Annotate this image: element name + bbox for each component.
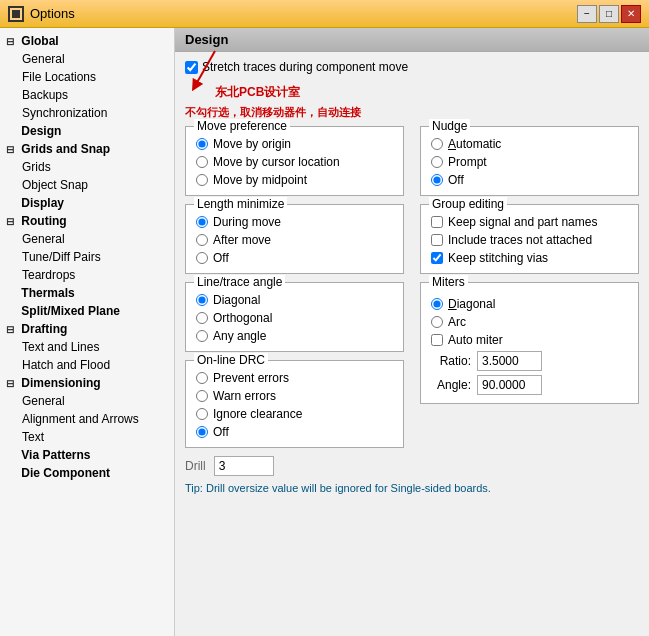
move-by-origin-label: Move by origin: [213, 137, 291, 151]
keep-signal-row: Keep signal and part names: [431, 215, 628, 229]
drill-label: Drill: [185, 459, 206, 473]
orthogonal-row: Orthogonal: [196, 311, 393, 325]
tree-item-backups[interactable]: Backups: [0, 86, 174, 104]
left-column: Move preference Move by origin Move by c…: [185, 126, 404, 456]
keep-stitching-label: Keep stitching vias: [448, 251, 548, 265]
length-minimize-group: During move After move Off: [196, 211, 393, 265]
during-move-radio[interactable]: [196, 216, 208, 228]
drill-input[interactable]: [214, 456, 274, 476]
tree-item-general2[interactable]: General: [0, 230, 174, 248]
angle-row: Angle:: [431, 375, 628, 395]
group-editing-label: Group editing: [429, 197, 507, 211]
move-by-midpoint-radio[interactable]: [196, 174, 208, 186]
right-column: Nudge Automatic Prompt: [420, 126, 639, 456]
move-preference-group: Move by origin Move by cursor location M…: [196, 133, 393, 187]
move-by-cursor-radio[interactable]: [196, 156, 208, 168]
line-trace-angle-box: Line/trace angle Diagonal Orthogonal: [185, 282, 404, 352]
tree-item-routing[interactable]: ⊟ Routing: [0, 212, 174, 230]
lenmin-off-radio[interactable]: [196, 252, 208, 264]
any-angle-radio[interactable]: [196, 330, 208, 342]
move-by-cursor-row: Move by cursor location: [196, 155, 393, 169]
tree-item-hatch-flood[interactable]: Hatch and Flood: [0, 356, 174, 374]
two-columns: Move preference Move by origin Move by c…: [185, 126, 639, 456]
move-by-midpoint-label: Move by midpoint: [213, 173, 307, 187]
tree-item-design[interactable]: Design: [0, 122, 174, 140]
auto-miter-checkbox[interactable]: [431, 334, 443, 346]
tree-item-split-mixed[interactable]: Split/Mixed Plane: [0, 302, 174, 320]
any-angle-row: Any angle: [196, 329, 393, 343]
expand-icon-grids: ⊟: [6, 144, 18, 155]
angle-input[interactable]: [477, 375, 542, 395]
tree-item-text[interactable]: Text: [0, 428, 174, 446]
line-trace-angle-group: Diagonal Orthogonal Any angle: [196, 289, 393, 343]
tree-item-drafting[interactable]: ⊟ Drafting: [0, 320, 174, 338]
nudge-off-radio[interactable]: [431, 174, 443, 186]
tree-item-tune-diff[interactable]: Tune/Diff Pairs: [0, 248, 174, 266]
line-trace-angle-label: Line/trace angle: [194, 275, 285, 289]
prevent-errors-radio[interactable]: [196, 372, 208, 384]
miters-diagonal-radio[interactable]: [431, 298, 443, 310]
miters-arc-radio[interactable]: [431, 316, 443, 328]
orthogonal-radio[interactable]: [196, 312, 208, 324]
move-preference-box: Move preference Move by origin Move by c…: [185, 126, 404, 196]
warn-errors-radio[interactable]: [196, 390, 208, 402]
tree-item-die-component[interactable]: Die Component: [0, 464, 174, 482]
during-move-label: During move: [213, 215, 281, 229]
automatic-radio[interactable]: [431, 138, 443, 150]
tree-item-via-patterns[interactable]: Via Patterns: [0, 446, 174, 464]
ignore-clearance-radio[interactable]: [196, 408, 208, 420]
nudge-label: Nudge: [429, 119, 470, 133]
miters-box: Miters Diagonal Arc: [420, 282, 639, 404]
ratio-row: Ratio:: [431, 351, 628, 371]
tree-item-grids[interactable]: Grids: [0, 158, 174, 176]
drc-off-radio[interactable]: [196, 426, 208, 438]
tree-item-synchronization[interactable]: Synchronization: [0, 104, 174, 122]
ratio-input[interactable]: [477, 351, 542, 371]
after-move-radio[interactable]: [196, 234, 208, 246]
tree-item-dimensioning[interactable]: ⊟ Dimensioning: [0, 374, 174, 392]
drc-off-row: Off: [196, 425, 393, 439]
after-move-label: After move: [213, 233, 271, 247]
angle-label: Angle:: [431, 378, 471, 392]
during-move-row: During move: [196, 215, 393, 229]
tree-item-align-arrows[interactable]: Alignment and Arrows: [0, 410, 174, 428]
expand-icon-routing: ⊟: [6, 216, 18, 227]
diagonal-label: Diagonal: [213, 293, 260, 307]
tree-item-global[interactable]: ⊟ Global: [0, 32, 174, 50]
warn-errors-label: Warn errors: [213, 389, 276, 403]
include-traces-row: Include traces not attached: [431, 233, 628, 247]
expand-icon-drafting: ⊟: [6, 324, 18, 335]
keep-signal-checkbox[interactable]: [431, 216, 443, 228]
move-by-origin-row: Move by origin: [196, 137, 393, 151]
titlebar-controls: − □ ✕: [577, 5, 641, 23]
keep-stitching-checkbox[interactable]: [431, 252, 443, 264]
close-button[interactable]: ✕: [621, 5, 641, 23]
automatic-label: Automatic: [448, 137, 501, 151]
tree-item-general1[interactable]: General: [0, 50, 174, 68]
tree-item-general3[interactable]: General: [0, 392, 174, 410]
tree-item-grids-snap[interactable]: ⊟ Grids and Snap: [0, 140, 174, 158]
tree-item-file-locations[interactable]: File Locations: [0, 68, 174, 86]
minimize-button[interactable]: −: [577, 5, 597, 23]
include-traces-checkbox[interactable]: [431, 234, 443, 246]
prompt-row: Prompt: [431, 155, 628, 169]
prevent-errors-row: Prevent errors: [196, 371, 393, 385]
expand-icon-dim: ⊟: [6, 378, 18, 389]
tree-item-teardrops[interactable]: Teardrops: [0, 266, 174, 284]
tree-item-thermals[interactable]: Thermals: [0, 284, 174, 302]
prompt-radio[interactable]: [431, 156, 443, 168]
tree-item-object-snap[interactable]: Object Snap: [0, 176, 174, 194]
expand-icon: ⊟: [6, 36, 18, 47]
move-preference-label: Move preference: [194, 119, 290, 133]
diagonal-radio[interactable]: [196, 294, 208, 306]
keep-stitching-row: Keep stitching vias: [431, 251, 628, 265]
tip-text: Tip: Drill oversize value will be ignore…: [185, 482, 639, 494]
maximize-button[interactable]: □: [599, 5, 619, 23]
move-by-origin-radio[interactable]: [196, 138, 208, 150]
any-angle-label: Any angle: [213, 329, 266, 343]
content-panel: Design Stretch traces during component m…: [175, 28, 649, 636]
svg-rect-1: [12, 10, 20, 18]
miters-label: Miters: [429, 275, 468, 289]
tree-item-display[interactable]: Display: [0, 194, 174, 212]
tree-item-text-lines[interactable]: Text and Lines: [0, 338, 174, 356]
